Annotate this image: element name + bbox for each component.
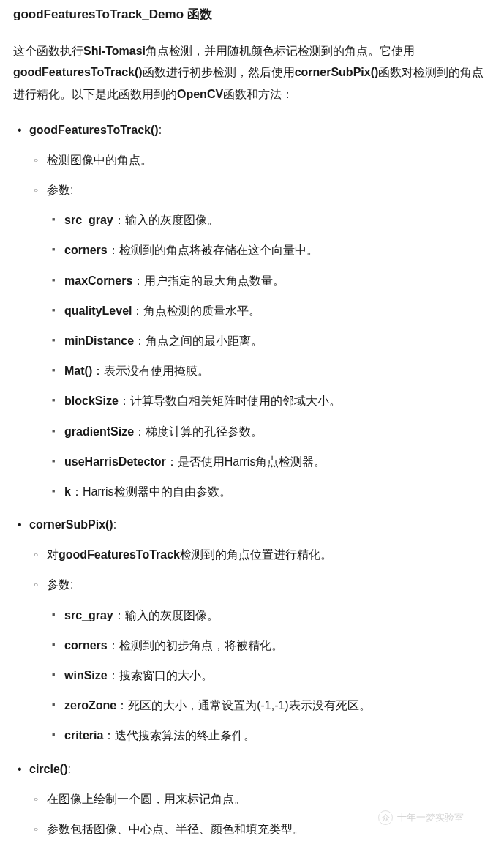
text: 角点检测，并用随机颜色标记检测到的角点。它使用 bbox=[146, 45, 415, 57]
function-name: cornerSubPix() bbox=[29, 518, 113, 531]
text: 检测到的角点位置进行精化。 bbox=[180, 548, 332, 561]
section-title: goodFeaturesToTrack_Demo 函数 bbox=[13, 4, 491, 26]
param-item: corners：检测到的角点将被存储在这个向量中。 bbox=[48, 240, 491, 260]
function-item: goodFeaturesToTrack():检测图像中的角点。参数:src_gr… bbox=[13, 120, 491, 501]
functions-list: goodFeaturesToTrack():检测图像中的角点。参数:src_gr… bbox=[13, 120, 491, 840]
function-item: cornerSubPix():对goodFeaturesToTrack检测到的角… bbox=[13, 515, 491, 746]
param-desc: ：搜索窗口的大小。 bbox=[108, 669, 213, 681]
param-item: src_gray：输入的灰度图像。 bbox=[48, 605, 491, 625]
param-desc: ：死区的大小，通常设置为(-1,-1)表示没有死区。 bbox=[116, 699, 371, 712]
param-item: gradientSize：梯度计算的孔径参数。 bbox=[48, 422, 491, 441]
param-desc: ：表示没有使用掩膜。 bbox=[92, 365, 209, 377]
text: 检测图像中的角点。 bbox=[47, 154, 152, 166]
param-item: minDistance：角点之间的最小距离。 bbox=[48, 331, 491, 351]
text: : bbox=[159, 124, 162, 136]
param-item: corners：检测到的初步角点，将被精化。 bbox=[48, 635, 491, 655]
param-desc: ：梯度计算的孔径参数。 bbox=[134, 425, 263, 438]
note-item: 对goodFeaturesToTrack检测到的角点位置进行精化。 bbox=[31, 545, 491, 564]
param-desc: ：角点之间的最小距离。 bbox=[134, 335, 263, 347]
text: 在图像上绘制一个圆，用来标记角点。 bbox=[47, 793, 246, 805]
note-item: 在图像上绘制一个圆，用来标记角点。 bbox=[31, 789, 491, 809]
param-item: maxCorners：用户指定的最大角点数量。 bbox=[48, 271, 491, 291]
text: 这个函数执行 bbox=[13, 45, 83, 57]
text: : bbox=[113, 518, 116, 531]
param-name: maxCorners bbox=[64, 275, 132, 287]
param-name: src_gray bbox=[64, 214, 113, 226]
text: 参数: bbox=[47, 184, 73, 196]
text: 函数进行初步检测，然后使用 bbox=[143, 66, 295, 78]
param-desc: ：迭代搜索算法的终止条件。 bbox=[103, 729, 255, 742]
param-item: useHarrisDetector：是否使用Harris角点检测器。 bbox=[48, 452, 491, 471]
param-name: src_gray bbox=[64, 609, 113, 621]
param-item: Mat()：表示没有使用掩膜。 bbox=[48, 361, 491, 381]
param-name: Mat() bbox=[64, 365, 92, 377]
param-name: blockSize bbox=[64, 395, 119, 407]
notes-list: 检测图像中的角点。参数:src_gray：输入的灰度图像。corners：检测到… bbox=[31, 150, 491, 501]
bold-text: OpenCV bbox=[177, 88, 223, 100]
param-desc: ：计算导数自相关矩阵时使用的邻域大小。 bbox=[119, 395, 341, 407]
param-name: corners bbox=[64, 639, 108, 651]
param-item: criteria：迭代搜索算法的终止条件。 bbox=[48, 725, 491, 745]
param-name: qualityLevel bbox=[64, 305, 132, 317]
param-item: src_gray：输入的灰度图像。 bbox=[48, 210, 491, 230]
param-name: useHarrisDetector bbox=[64, 455, 166, 468]
params-list: src_gray：输入的灰度图像。corners：检测到的角点将被存储在这个向量… bbox=[48, 210, 491, 501]
text: 参数: bbox=[47, 578, 73, 591]
param-desc: ：角点检测的质量水平。 bbox=[132, 305, 260, 317]
notes-list: 在图像上绘制一个圆，用来标记角点。参数包括图像、中心点、半径、颜色和填充类型。 bbox=[31, 789, 491, 839]
param-desc: ：检测到的初步角点，将被精化。 bbox=[108, 639, 283, 651]
bold-text: goodFeaturesToTrack bbox=[59, 548, 180, 561]
param-desc: ：检测到的角点将被存储在这个向量中。 bbox=[108, 244, 318, 256]
param-item: qualityLevel：角点检测的质量水平。 bbox=[48, 301, 491, 321]
note-item: 参数:src_gray：输入的灰度图像。corners：检测到的初步角点，将被精… bbox=[31, 575, 491, 745]
param-name: winSize bbox=[64, 669, 108, 681]
param-desc: ：输入的灰度图像。 bbox=[113, 609, 219, 621]
param-desc: ：用户指定的最大角点数量。 bbox=[132, 275, 285, 287]
param-item: zeroZone：死区的大小，通常设置为(-1,-1)表示没有死区。 bbox=[48, 695, 491, 715]
text: : bbox=[67, 763, 70, 775]
bold-text: Shi-Tomasi bbox=[83, 45, 146, 57]
function-name: goodFeaturesToTrack() bbox=[29, 124, 159, 136]
function-item: circle():在图像上绘制一个圆，用来标记角点。参数包括图像、中心点、半径、… bbox=[13, 759, 491, 840]
param-name: gradientSize bbox=[64, 425, 134, 438]
bold-text: goodFeaturesToTrack() bbox=[13, 66, 143, 78]
param-item: k：Harris检测器中的自由参数。 bbox=[48, 482, 491, 501]
function-name: circle() bbox=[29, 763, 67, 775]
param-desc: ：是否使用Harris角点检测器。 bbox=[166, 455, 326, 468]
bold-text: cornerSubPix() bbox=[295, 66, 379, 78]
notes-list: 对goodFeaturesToTrack检测到的角点位置进行精化。参数:src_… bbox=[31, 545, 491, 745]
param-item: winSize：搜索窗口的大小。 bbox=[48, 665, 491, 685]
intro-paragraph: 这个函数执行Shi-Tomasi角点检测，并用随机颜色标记检测到的角点。它使用g… bbox=[13, 40, 491, 105]
note-item: 参数包括图像、中心点、半径、颜色和填充类型。 bbox=[31, 819, 491, 839]
note-item: 参数:src_gray：输入的灰度图像。corners：检测到的角点将被存储在这… bbox=[31, 180, 491, 501]
param-name: minDistance bbox=[64, 335, 134, 347]
param-name: corners bbox=[64, 244, 108, 256]
param-name: k bbox=[64, 485, 71, 498]
param-item: blockSize：计算导数自相关矩阵时使用的邻域大小。 bbox=[48, 391, 491, 411]
params-list: src_gray：输入的灰度图像。corners：检测到的初步角点，将被精化。w… bbox=[48, 605, 491, 746]
text: 函数和方法： bbox=[223, 88, 293, 100]
param-desc: ：Harris检测器中的自由参数。 bbox=[71, 485, 231, 498]
param-name: criteria bbox=[64, 729, 103, 742]
param-name: zeroZone bbox=[64, 699, 116, 712]
text: 对 bbox=[47, 548, 59, 561]
note-item: 检测图像中的角点。 bbox=[31, 150, 491, 170]
param-desc: ：输入的灰度图像。 bbox=[113, 214, 219, 226]
text: 参数包括图像、中心点、半径、颜色和填充类型。 bbox=[47, 823, 304, 835]
